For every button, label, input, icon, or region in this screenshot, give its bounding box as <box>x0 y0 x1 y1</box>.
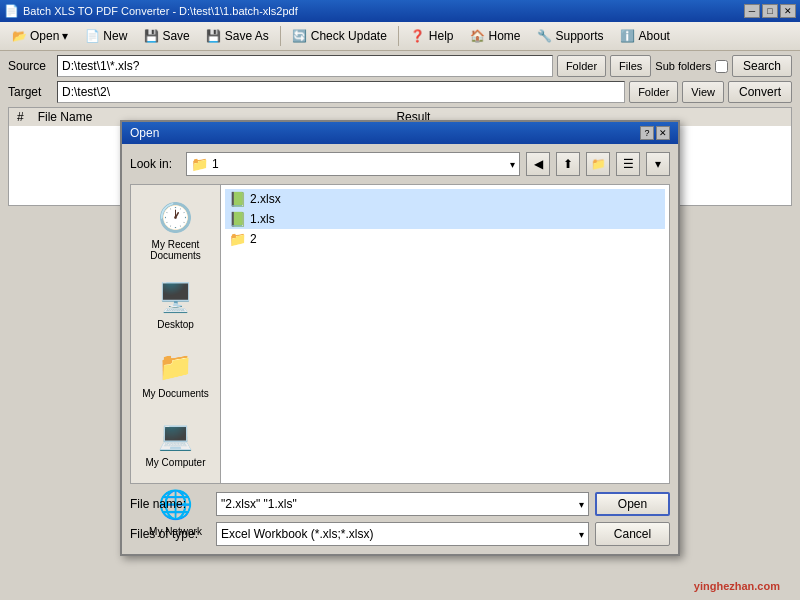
dialog-close-button[interactable]: ✕ <box>656 126 670 140</box>
help-icon: ❓ <box>410 28 426 44</box>
supports-icon: 🔧 <box>537 28 553 44</box>
dialog-body: Look in: 📁 1 ▾ ◀ ⬆ 📁 ☰ ▾ 🕐 My RecentDocu… <box>122 144 678 554</box>
sidebar-item-desktop[interactable]: 🖥️ Desktop <box>136 273 216 334</box>
computer-icon: 💻 <box>156 415 196 455</box>
view-dropdown-button[interactable]: ▾ <box>646 152 670 176</box>
col-filename: File Name <box>38 110 93 124</box>
title-left: 📄 Batch XLS TO PDF Converter - D:\test\1… <box>4 4 298 18</box>
open-label: Open <box>30 29 59 43</box>
dialog-title-bar: Open ? ✕ <box>122 122 678 144</box>
computer-label: My Computer <box>145 457 205 468</box>
filetype-value: Excel Workbook (*.xls;*.xlsx) <box>221 527 373 541</box>
source-label: Source <box>8 59 53 73</box>
close-button[interactable]: ✕ <box>780 4 796 18</box>
filename-row: File name: "2.xlsx" "1.xls" ▾ Open <box>130 492 670 516</box>
target-input[interactable] <box>57 81 625 103</box>
folder2-icon: 📁 <box>229 231 246 247</box>
filename-input[interactable]: "2.xlsx" "1.xls" ▾ <box>216 492 589 516</box>
folder2-name: 2 <box>250 232 257 246</box>
file-item-1xls[interactable]: 📗 1.xls <box>225 209 665 229</box>
folder-icon: 📁 <box>191 156 208 172</box>
open-dialog: Open ? ✕ Look in: 📁 1 ▾ ◀ ⬆ 📁 ☰ ▾ <box>120 120 680 556</box>
col-hash: # <box>17 110 24 124</box>
target-row: Target Folder View Convert <box>8 81 792 103</box>
app-title: Batch XLS TO PDF Converter - D:\test\1\1… <box>23 5 298 17</box>
recent-label: My RecentDocuments <box>150 239 201 261</box>
save-icon: 💾 <box>143 28 159 44</box>
documents-icon: 📁 <box>156 346 196 386</box>
lookin-row: Look in: 📁 1 ▾ ◀ ⬆ 📁 ☰ ▾ <box>130 152 670 176</box>
dialog-files[interactable]: 📗 2.xlsx 📗 1.xls 📁 2 <box>220 184 670 484</box>
search-button[interactable]: Search <box>732 55 792 77</box>
desktop-label: Desktop <box>157 319 194 330</box>
home-button[interactable]: 🏠 Home <box>463 25 528 47</box>
home-icon: 🏠 <box>470 28 486 44</box>
open-button-dialog[interactable]: Open <box>595 492 670 516</box>
separator-2 <box>398 26 399 46</box>
cancel-button[interactable]: Cancel <box>595 522 670 546</box>
toolbar: 📂 Open ▾ 📄 New 💾 Save 💾 Save As 🔄 Check … <box>0 22 800 51</box>
dialog-content: 🕐 My RecentDocuments 🖥️ Desktop 📁 My Doc… <box>130 184 670 484</box>
check-update-button[interactable]: 🔄 Check Update <box>285 25 394 47</box>
dialog-help-button[interactable]: ? <box>640 126 654 140</box>
save-button[interactable]: 💾 Save <box>136 25 196 47</box>
file-item-folder2[interactable]: 📁 2 <box>225 229 665 249</box>
filetype-label: Files of type: <box>130 527 210 541</box>
recent-icon: 🕐 <box>156 197 196 237</box>
file-name-2xlsx: 2.xlsx <box>250 192 281 206</box>
back-button[interactable]: ◀ <box>526 152 550 176</box>
sidebar-item-documents[interactable]: 📁 My Documents <box>136 342 216 403</box>
filename-value: "2.xlsx" "1.xls" <box>221 497 297 511</box>
minimize-button[interactable]: ─ <box>744 4 760 18</box>
lookin-dropdown-arrow: ▾ <box>510 159 515 170</box>
filetype-select[interactable]: Excel Workbook (*.xls;*.xlsx) ▾ <box>216 522 589 546</box>
title-bar: 📄 Batch XLS TO PDF Converter - D:\test\1… <box>0 0 800 22</box>
source-files-button[interactable]: Files <box>610 55 651 77</box>
source-input[interactable] <box>57 55 553 77</box>
about-label: About <box>639 29 670 43</box>
maximize-button[interactable]: □ <box>762 4 778 18</box>
dialog-sidebar: 🕐 My RecentDocuments 🖥️ Desktop 📁 My Doc… <box>130 184 220 484</box>
file-item-2xlsx[interactable]: 📗 2.xlsx <box>225 189 665 209</box>
file-name-1xls: 1.xls <box>250 212 275 226</box>
target-view-button[interactable]: View <box>682 81 724 103</box>
documents-label: My Documents <box>142 388 209 399</box>
lookin-combo[interactable]: 📁 1 ▾ <box>186 152 520 176</box>
open-icon: 📂 <box>11 28 27 44</box>
desktop-icon: 🖥️ <box>156 277 196 317</box>
target-folder-button[interactable]: Folder <box>629 81 678 103</box>
new-folder-button[interactable]: 📁 <box>586 152 610 176</box>
lookin-folder-name: 1 <box>212 157 219 171</box>
help-label: Help <box>429 29 454 43</box>
save-label: Save <box>162 29 189 43</box>
open-button[interactable]: 📂 Open ▾ <box>4 25 75 47</box>
home-label: Home <box>489 29 521 43</box>
sidebar-item-recent[interactable]: 🕐 My RecentDocuments <box>136 193 216 265</box>
supports-button[interactable]: 🔧 Supports <box>530 25 611 47</box>
about-button[interactable]: ℹ️ About <box>613 25 677 47</box>
target-label: Target <box>8 85 53 99</box>
save-as-label: Save As <box>225 29 269 43</box>
dialog-title-buttons: ? ✕ <box>640 126 670 140</box>
source-row: Source Folder Files Sub folders Search <box>8 55 792 77</box>
filename-dropdown-arrow: ▾ <box>579 499 584 510</box>
check-update-label: Check Update <box>311 29 387 43</box>
lookin-combo-text: 📁 1 <box>191 156 219 172</box>
up-button[interactable]: ⬆ <box>556 152 580 176</box>
filetype-dropdown-arrow: ▾ <box>579 529 584 540</box>
new-icon: 📄 <box>84 28 100 44</box>
dialog-title-text: Open <box>130 126 159 140</box>
save-as-button[interactable]: 💾 Save As <box>199 25 276 47</box>
new-button[interactable]: 📄 New <box>77 25 134 47</box>
sidebar-item-computer[interactable]: 💻 My Computer <box>136 411 216 472</box>
subfolder-checkbox[interactable] <box>715 60 728 73</box>
save-as-icon: 💾 <box>206 28 222 44</box>
title-buttons: ─ □ ✕ <box>744 4 796 18</box>
open-dropdown-arrow[interactable]: ▾ <box>62 29 68 43</box>
convert-button[interactable]: Convert <box>728 81 792 103</box>
supports-label: Supports <box>556 29 604 43</box>
view-toggle-button[interactable]: ☰ <box>616 152 640 176</box>
about-icon: ℹ️ <box>620 28 636 44</box>
help-button[interactable]: ❓ Help <box>403 25 461 47</box>
source-folder-button[interactable]: Folder <box>557 55 606 77</box>
